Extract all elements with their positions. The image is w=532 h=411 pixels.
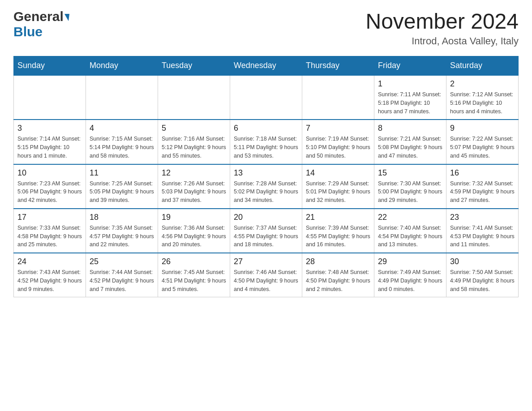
day-info: Sunrise: 7:26 AM Sunset: 5:03 PM Dayligh… bbox=[162, 180, 226, 205]
calendar-cell: 6Sunrise: 7:18 AM Sunset: 5:11 PM Daylig… bbox=[230, 120, 302, 164]
calendar-cell: 18Sunrise: 7:35 AM Sunset: 4:57 PM Dayli… bbox=[86, 209, 158, 253]
day-info: Sunrise: 7:14 AM Sunset: 5:15 PM Dayligh… bbox=[17, 135, 82, 160]
calendar-cell: 13Sunrise: 7:28 AM Sunset: 5:02 PM Dayli… bbox=[230, 164, 302, 209]
calendar-cell: 24Sunrise: 7:43 AM Sunset: 4:52 PM Dayli… bbox=[14, 253, 86, 297]
calendar-cell: 17Sunrise: 7:33 AM Sunset: 4:58 PM Dayli… bbox=[14, 209, 86, 253]
calendar-cell: 28Sunrise: 7:48 AM Sunset: 4:50 PM Dayli… bbox=[302, 253, 374, 297]
day-number: 9 bbox=[450, 124, 515, 133]
day-info: Sunrise: 7:19 AM Sunset: 5:10 PM Dayligh… bbox=[306, 135, 370, 160]
day-number: 22 bbox=[378, 213, 442, 222]
day-number: 28 bbox=[306, 257, 370, 266]
calendar-cell: 26Sunrise: 7:45 AM Sunset: 4:51 PM Dayli… bbox=[158, 253, 230, 297]
day-info: Sunrise: 7:30 AM Sunset: 5:00 PM Dayligh… bbox=[378, 180, 442, 205]
calendar-cell: 9Sunrise: 7:22 AM Sunset: 5:07 PM Daylig… bbox=[446, 120, 519, 164]
calendar-cell: 12Sunrise: 7:26 AM Sunset: 5:03 PM Dayli… bbox=[158, 164, 230, 209]
day-number: 11 bbox=[90, 168, 154, 178]
day-info: Sunrise: 7:49 AM Sunset: 4:49 PM Dayligh… bbox=[378, 268, 442, 293]
day-info: Sunrise: 7:23 AM Sunset: 5:06 PM Dayligh… bbox=[17, 180, 82, 205]
day-info: Sunrise: 7:22 AM Sunset: 5:07 PM Dayligh… bbox=[450, 135, 515, 160]
calendar-cell: 19Sunrise: 7:36 AM Sunset: 4:56 PM Dayli… bbox=[158, 209, 230, 253]
weekday-header: Saturday bbox=[446, 56, 519, 76]
day-number: 4 bbox=[90, 124, 154, 133]
calendar-cell bbox=[86, 75, 158, 120]
day-info: Sunrise: 7:41 AM Sunset: 4:53 PM Dayligh… bbox=[450, 224, 515, 249]
day-info: Sunrise: 7:36 AM Sunset: 4:56 PM Dayligh… bbox=[162, 224, 226, 249]
day-info: Sunrise: 7:37 AM Sunset: 4:55 PM Dayligh… bbox=[234, 224, 298, 249]
day-number: 27 bbox=[234, 257, 298, 266]
weekday-header: Monday bbox=[86, 56, 158, 76]
subtitle: Introd, Aosta Valley, Italy bbox=[365, 35, 519, 47]
day-info: Sunrise: 7:50 AM Sunset: 4:49 PM Dayligh… bbox=[450, 268, 515, 293]
weekday-header: Tuesday bbox=[158, 56, 230, 76]
day-number: 26 bbox=[162, 257, 226, 266]
calendar-cell bbox=[230, 75, 302, 120]
week-row: 24Sunrise: 7:43 AM Sunset: 4:52 PM Dayli… bbox=[14, 253, 519, 297]
calendar-cell: 2Sunrise: 7:12 AM Sunset: 5:16 PM Daylig… bbox=[446, 75, 519, 120]
day-info: Sunrise: 7:48 AM Sunset: 4:50 PM Dayligh… bbox=[306, 268, 370, 293]
calendar-cell: 3Sunrise: 7:14 AM Sunset: 5:15 PM Daylig… bbox=[14, 120, 86, 164]
day-number: 1 bbox=[378, 79, 442, 89]
calendar-cell: 14Sunrise: 7:29 AM Sunset: 5:01 PM Dayli… bbox=[302, 164, 374, 209]
weekday-header: Wednesday bbox=[230, 56, 302, 76]
day-number: 29 bbox=[378, 257, 442, 266]
calendar-cell: 4Sunrise: 7:15 AM Sunset: 5:14 PM Daylig… bbox=[86, 120, 158, 164]
day-info: Sunrise: 7:29 AM Sunset: 5:01 PM Dayligh… bbox=[306, 180, 370, 205]
calendar-cell: 20Sunrise: 7:37 AM Sunset: 4:55 PM Dayli… bbox=[230, 209, 302, 253]
day-number: 14 bbox=[306, 168, 370, 178]
calendar-cell bbox=[158, 75, 230, 120]
day-number: 24 bbox=[17, 257, 82, 266]
week-row: 10Sunrise: 7:23 AM Sunset: 5:06 PM Dayli… bbox=[14, 164, 519, 209]
day-number: 20 bbox=[234, 213, 298, 222]
calendar-cell: 21Sunrise: 7:39 AM Sunset: 4:55 PM Dayli… bbox=[302, 209, 374, 253]
weekday-header: Friday bbox=[374, 56, 446, 76]
day-info: Sunrise: 7:46 AM Sunset: 4:50 PM Dayligh… bbox=[234, 268, 298, 293]
day-number: 30 bbox=[450, 257, 515, 266]
week-row: 3Sunrise: 7:14 AM Sunset: 5:15 PM Daylig… bbox=[14, 120, 519, 164]
day-info: Sunrise: 7:11 AM Sunset: 5:18 PM Dayligh… bbox=[378, 90, 442, 116]
day-number: 6 bbox=[234, 124, 298, 133]
title-section: November 2024 Introd, Aosta Valley, Ital… bbox=[365, 9, 519, 47]
calendar-cell: 27Sunrise: 7:46 AM Sunset: 4:50 PM Dayli… bbox=[230, 253, 302, 297]
calendar-cell: 30Sunrise: 7:50 AM Sunset: 4:49 PM Dayli… bbox=[446, 253, 519, 297]
day-info: Sunrise: 7:39 AM Sunset: 4:55 PM Dayligh… bbox=[306, 224, 370, 249]
day-info: Sunrise: 7:12 AM Sunset: 5:16 PM Dayligh… bbox=[450, 90, 515, 116]
calendar-cell: 29Sunrise: 7:49 AM Sunset: 4:49 PM Dayli… bbox=[374, 253, 446, 297]
day-number: 15 bbox=[378, 168, 442, 178]
weekday-header: Sunday bbox=[14, 56, 86, 76]
calendar-cell bbox=[14, 75, 86, 120]
day-info: Sunrise: 7:33 AM Sunset: 4:58 PM Dayligh… bbox=[17, 224, 82, 249]
day-info: Sunrise: 7:16 AM Sunset: 5:12 PM Dayligh… bbox=[162, 135, 226, 160]
day-info: Sunrise: 7:18 AM Sunset: 5:11 PM Dayligh… bbox=[234, 135, 298, 160]
day-number: 19 bbox=[162, 213, 226, 222]
day-info: Sunrise: 7:15 AM Sunset: 5:14 PM Dayligh… bbox=[90, 135, 154, 160]
day-number: 16 bbox=[450, 168, 515, 178]
day-info: Sunrise: 7:21 AM Sunset: 5:08 PM Dayligh… bbox=[378, 135, 442, 160]
day-info: Sunrise: 7:44 AM Sunset: 4:52 PM Dayligh… bbox=[90, 268, 154, 293]
calendar-cell: 7Sunrise: 7:19 AM Sunset: 5:10 PM Daylig… bbox=[302, 120, 374, 164]
day-number: 5 bbox=[162, 124, 226, 133]
day-number: 23 bbox=[450, 213, 515, 222]
day-number: 21 bbox=[306, 213, 370, 222]
day-info: Sunrise: 7:28 AM Sunset: 5:02 PM Dayligh… bbox=[234, 180, 298, 205]
week-row: 17Sunrise: 7:33 AM Sunset: 4:58 PM Dayli… bbox=[14, 209, 519, 253]
calendar-table: SundayMondayTuesdayWednesdayThursdayFrid… bbox=[13, 56, 519, 297]
day-info: Sunrise: 7:32 AM Sunset: 4:59 PM Dayligh… bbox=[450, 180, 515, 205]
calendar-cell: 16Sunrise: 7:32 AM Sunset: 4:59 PM Dayli… bbox=[446, 164, 519, 209]
logo-general-text: General bbox=[13, 9, 64, 24]
day-number: 8 bbox=[378, 124, 442, 133]
calendar-cell: 15Sunrise: 7:30 AM Sunset: 5:00 PM Dayli… bbox=[374, 164, 446, 209]
calendar-cell: 11Sunrise: 7:25 AM Sunset: 5:05 PM Dayli… bbox=[86, 164, 158, 209]
logo: General Blue bbox=[13, 9, 69, 39]
day-info: Sunrise: 7:40 AM Sunset: 4:54 PM Dayligh… bbox=[378, 224, 442, 249]
day-number: 12 bbox=[162, 168, 226, 178]
calendar-cell: 8Sunrise: 7:21 AM Sunset: 5:08 PM Daylig… bbox=[374, 120, 446, 164]
day-info: Sunrise: 7:43 AM Sunset: 4:52 PM Dayligh… bbox=[17, 268, 82, 293]
calendar-header-row: SundayMondayTuesdayWednesdayThursdayFrid… bbox=[14, 56, 519, 76]
logo-blue-text: Blue bbox=[13, 24, 43, 39]
main-title: November 2024 bbox=[365, 9, 519, 34]
calendar-cell: 5Sunrise: 7:16 AM Sunset: 5:12 PM Daylig… bbox=[158, 120, 230, 164]
day-number: 17 bbox=[17, 213, 82, 222]
calendar-cell bbox=[302, 75, 374, 120]
day-number: 13 bbox=[234, 168, 298, 178]
calendar-cell: 10Sunrise: 7:23 AM Sunset: 5:06 PM Dayli… bbox=[14, 164, 86, 209]
